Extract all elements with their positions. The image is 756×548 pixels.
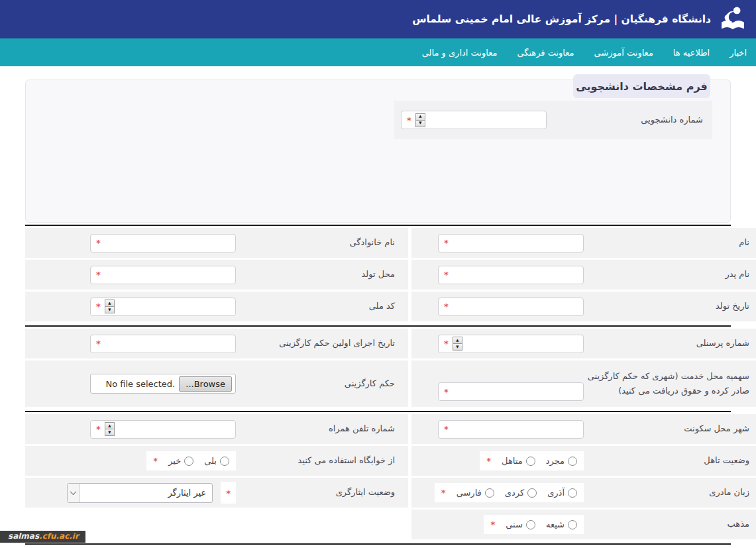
browse-button[interactable]: Browse... xyxy=(179,376,232,392)
radio-icon[interactable] xyxy=(527,488,537,498)
personnel-number-input[interactable]: * ▲▼ xyxy=(438,335,584,353)
required-asterisk: * xyxy=(153,456,158,466)
required-asterisk: * xyxy=(441,488,446,498)
national-code-label: کد ملی xyxy=(236,299,395,313)
last-name-input[interactable]: * xyxy=(90,234,236,252)
number-spinner[interactable]: ▲▼ xyxy=(105,300,115,313)
nav-item-education-deputy[interactable]: معاونت آموزشی xyxy=(594,48,653,58)
field-row-marital-status: وضعیت تاهل مجرد متاهل * xyxy=(411,446,756,476)
radio-option-farsi[interactable]: فارسی xyxy=(457,488,494,498)
nav-item-announcements[interactable]: اطلاعیه ها xyxy=(673,48,710,58)
radio-icon[interactable] xyxy=(568,520,577,529)
required-asterisk: * xyxy=(226,488,231,498)
field-row-mobile-number: شماره تلفن همراه * ▲▼ xyxy=(25,414,408,444)
radio-icon[interactable] xyxy=(485,488,494,498)
radio-option-azari[interactable]: آذری xyxy=(547,488,577,498)
radio-option-sunni[interactable]: سنی xyxy=(506,520,535,529)
section-divider xyxy=(25,325,731,327)
field-row-personnel-number: شماره پرسنلی * ▲▼ xyxy=(411,329,756,358)
nav-item-cultural-deputy[interactable]: معاونت فرهنگی xyxy=(517,48,574,58)
radio-icon[interactable] xyxy=(526,520,535,529)
section-divider xyxy=(25,225,731,226)
radio-icon[interactable] xyxy=(220,457,229,466)
first-decree-date-label: تاریخ اجرای اولین حکم کارگزینی xyxy=(236,336,395,351)
father-name-label: نام پدر xyxy=(584,267,749,282)
number-spinner[interactable]: ▲▼ xyxy=(105,422,115,436)
radio-icon[interactable] xyxy=(184,457,193,466)
required-asterisk: * xyxy=(96,270,101,280)
service-quota-label: سهمیه محل خدمت (شهری که حکم کارگزینی صاد… xyxy=(584,369,749,398)
radio-icon[interactable] xyxy=(568,457,577,466)
nav-item-news[interactable]: اخبار xyxy=(729,48,747,58)
field-row-last-name: نام خانوادگی * xyxy=(25,228,408,258)
field-row-father-name: نام پدر * xyxy=(411,260,756,290)
field-row-decree-file: حکم کارگزینی No file selected. Browse... xyxy=(25,360,408,407)
required-asterisk: * xyxy=(444,301,449,311)
number-spinner[interactable]: ▲▼ xyxy=(415,113,425,127)
required-asterisk: * xyxy=(444,238,449,248)
mobile-number-input[interactable]: * ▲▼ xyxy=(90,420,236,439)
nav-item-admin-finance-deputy[interactable]: معاونت اداری و مالی xyxy=(422,48,498,58)
residence-city-input[interactable]: * xyxy=(438,420,584,439)
first-name-input[interactable]: * xyxy=(438,234,584,252)
main-nav: اخبار اطلاعیه ها معاونت آموزشی معاونت فر… xyxy=(0,38,756,66)
first-decree-date-input[interactable]: * xyxy=(90,335,236,353)
radio-option-shia[interactable]: شیعه xyxy=(546,520,577,529)
radio-icon[interactable] xyxy=(568,488,577,498)
mother-tongue-label: زبان مادری xyxy=(584,485,749,500)
field-row-sacrifice-status: وضعیت ایثارگری * غیر ایثارگر xyxy=(25,478,408,508)
sacrifice-status-select[interactable]: غیر ایثارگر xyxy=(67,483,213,503)
radio-label: سنی xyxy=(506,520,523,529)
radio-option-married[interactable]: متاهل xyxy=(502,456,535,466)
dormitory-label: از خوابگاه استفاده می کنید xyxy=(236,453,395,468)
decree-file-input[interactable]: No file selected. Browse... xyxy=(90,374,236,394)
required-asterisk: * xyxy=(444,424,449,434)
radio-option-single[interactable]: مجرد xyxy=(546,456,577,466)
birth-place-input[interactable]: * xyxy=(90,266,236,284)
number-spinner[interactable]: ▲▼ xyxy=(453,337,462,351)
radio-option-yes[interactable]: بلی xyxy=(204,456,229,466)
required-asterisk: * xyxy=(490,520,495,529)
student-form-card: فرم مشخصات دانشجویی شماره دانشجویی * ▲▼ xyxy=(25,80,731,223)
form-title: فرم مشخصات دانشجویی xyxy=(573,74,710,98)
field-row-religion: مذهب شیعه سنی * xyxy=(411,510,756,539)
radio-label: آذری xyxy=(547,488,565,498)
required-asterisk: * xyxy=(444,387,449,397)
radio-option-kurdish[interactable]: کردی xyxy=(505,488,537,498)
status-host: salmas xyxy=(8,531,39,541)
field-row-first-decree-date: تاریخ اجرای اولین حکم کارگزینی * xyxy=(25,329,408,358)
sacrifice-status-label: وضعیت ایثارگری xyxy=(236,485,395,500)
field-row-residence-city: شهر محل سکونت * xyxy=(411,414,756,444)
radio-label: بلی xyxy=(204,456,217,466)
app-header: دانشگاه فرهنگیان | مرکز آموزش عالی امام … xyxy=(0,0,756,38)
marital-status-radio-group: مجرد متاهل * xyxy=(480,451,584,470)
section-divider xyxy=(25,411,731,412)
father-name-input[interactable]: * xyxy=(438,266,584,284)
marital-status-label: وضعیت تاهل xyxy=(584,453,749,468)
field-row-service-quota: سهمیه محل خدمت (شهری که حکم کارگزینی صاد… xyxy=(411,360,756,407)
required-asterisk: * xyxy=(444,270,449,280)
radio-label: متاهل xyxy=(502,456,523,466)
radio-icon[interactable] xyxy=(526,457,535,466)
form-section-identity: نام * نام پدر * تاریخ تولد * نام خانوادگ… xyxy=(25,228,756,323)
religion-radio-group: شیعه سنی * xyxy=(484,515,584,534)
no-file-selected-text: No file selected. xyxy=(106,379,176,389)
form-section-employment: شماره پرسنلی * ▲▼ سهمیه محل خدمت (شهری ک… xyxy=(25,329,756,409)
required-asterisk: * xyxy=(96,339,101,349)
radio-label: فارسی xyxy=(457,488,482,498)
required-asterisk: * xyxy=(96,238,101,248)
service-quota-input[interactable]: * xyxy=(438,382,584,401)
browser-status-url: salmas.cfu.ac.ir xyxy=(0,531,85,543)
site-title: دانشگاه فرهنگیان | مرکز آموزش عالی امام … xyxy=(412,13,711,25)
religion-label: مذهب xyxy=(584,517,749,531)
chevron-down-icon[interactable] xyxy=(68,484,80,502)
radio-option-no[interactable]: خیر xyxy=(168,456,193,466)
student-number-input[interactable]: * ▲▼ xyxy=(401,111,547,129)
select-selected-value: غیر ایثارگر xyxy=(80,484,212,502)
birth-date-input[interactable]: * xyxy=(438,298,584,316)
required-asterisk: * xyxy=(486,456,491,466)
birth-date-label: تاریخ تولد xyxy=(584,299,749,313)
national-code-input[interactable]: * ▲▼ xyxy=(90,298,236,316)
field-row-first-name: نام * xyxy=(411,228,756,258)
field-row-mother-tongue: زبان مادری آذری کردی فارسی * xyxy=(411,478,756,508)
